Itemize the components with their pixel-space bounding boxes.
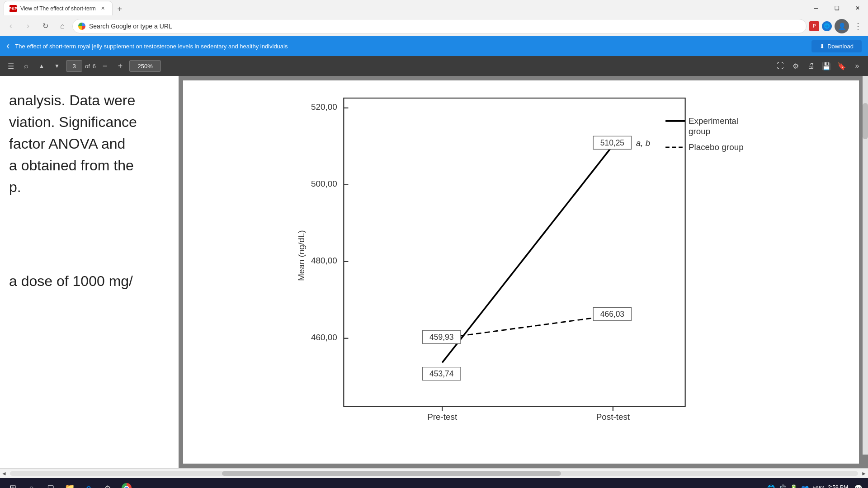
- sidebar-toggle-button[interactable]: ☰: [5, 60, 17, 72]
- svg-text:520,00: 520,00: [311, 102, 337, 112]
- extension-globe[interactable]: 🌐: [822, 21, 832, 31]
- bookmark-button[interactable]: 🔖: [835, 60, 848, 72]
- chart-area: 520,00 500,00 480,00 460,00 Mean (ng/dL)…: [183, 80, 859, 464]
- previous-page-button[interactable]: ▲: [35, 60, 48, 72]
- svg-text:Placebo group: Placebo group: [689, 142, 744, 152]
- maximize-button[interactable]: ❑: [826, 0, 847, 16]
- start-button[interactable]: ⊞: [4, 480, 22, 488]
- text-line-3: factor ANOVA and: [9, 133, 170, 155]
- page-number-input[interactable]: [66, 60, 82, 72]
- pdf-document-title: The effect of short-term royal jelly sup…: [15, 43, 806, 50]
- zoom-out-button[interactable]: −: [99, 60, 111, 72]
- taskbar-file-explorer[interactable]: 📁: [61, 480, 79, 488]
- fullscreen-button[interactable]: ⛶: [774, 60, 787, 72]
- address-text: Search Google or type a URL: [89, 23, 801, 30]
- scrollbar-thumb[interactable]: [863, 103, 868, 139]
- text-line-1: analysis. Data were: [9, 89, 170, 111]
- pdf-header: ‹ The effect of short-term royal jelly s…: [0, 36, 868, 56]
- next-page-button[interactable]: ▼: [51, 60, 63, 72]
- reload-button[interactable]: ↻: [38, 19, 52, 33]
- svg-text:480,00: 480,00: [311, 256, 337, 265]
- search-taskbar-button[interactable]: ○: [23, 480, 41, 488]
- menu-button[interactable]: ⋮: [852, 21, 864, 32]
- text-line-2: viation. Significance: [9, 111, 170, 133]
- forward-button[interactable]: ›: [21, 19, 35, 33]
- svg-rect-0: [344, 98, 685, 407]
- svg-text:Mean (ng/dL): Mean (ng/dL): [297, 230, 306, 281]
- svg-text:500,00: 500,00: [311, 179, 337, 188]
- network-icon[interactable]: 🌐: [767, 484, 775, 488]
- svg-text:510,25: 510,25: [600, 138, 624, 147]
- download-button[interactable]: ⬇ Download: [811, 40, 862, 52]
- more-tools-button[interactable]: »: [851, 60, 863, 72]
- vertical-scrollbar[interactable]: [863, 76, 868, 455]
- minimize-button[interactable]: ─: [806, 0, 826, 16]
- svg-text:Pre-test: Pre-test: [427, 412, 458, 422]
- svg-text:Post-test: Post-test: [596, 412, 630, 422]
- google-icon: [78, 23, 85, 30]
- svg-text:Experimental: Experimental: [689, 116, 738, 126]
- document-tools-button[interactable]: ⚙: [789, 60, 802, 72]
- new-tab-button[interactable]: +: [113, 3, 126, 15]
- svg-text:459,93: 459,93: [429, 333, 453, 342]
- save-button[interactable]: 💾: [820, 60, 833, 72]
- text-line-5: p.: [9, 176, 170, 198]
- profile-button[interactable]: 👤: [835, 19, 849, 33]
- text-panel: analysis. Data were viation. Significanc…: [0, 76, 179, 468]
- taskbar-edge[interactable]: e: [80, 480, 98, 488]
- close-button[interactable]: ✕: [847, 0, 868, 16]
- address-bar[interactable]: Search Google or type a URL: [72, 19, 807, 33]
- clock[interactable]: 2:59 PM: [828, 484, 848, 488]
- svg-text:a, b: a, b: [636, 138, 650, 148]
- taskbar-settings[interactable]: ⚙: [99, 480, 117, 488]
- print-button[interactable]: 🖨: [805, 60, 817, 72]
- volume-icon[interactable]: 🔊: [778, 484, 786, 488]
- svg-text:453,74: 453,74: [429, 369, 454, 378]
- zoom-in-button[interactable]: +: [114, 60, 127, 72]
- home-button[interactable]: ⌂: [55, 19, 70, 33]
- svg-text:group: group: [689, 127, 710, 136]
- active-tab[interactable]: PKP View of The effect of short-term ✕: [4, 1, 113, 15]
- horizontal-scrollbar-area: ◄ ►: [0, 468, 868, 478]
- download-icon: ⬇: [820, 43, 825, 50]
- svg-text:466,03: 466,03: [600, 310, 624, 319]
- task-view-button[interactable]: ❑: [42, 480, 60, 488]
- system-tray: 🌐 🔊 🔋 👥 ENG 2:59 PM 💬: [767, 482, 864, 488]
- text-line-6: a dose of 1000 mg/: [9, 270, 170, 292]
- back-button[interactable]: ‹: [4, 19, 18, 33]
- text-line-4: a obtained from the: [9, 155, 170, 176]
- scroll-left-button[interactable]: ◄: [0, 469, 8, 478]
- horizontal-scrollbar-thumb[interactable]: [222, 471, 561, 476]
- chart-svg: 520,00 500,00 480,00 460,00 Mean (ng/dL)…: [188, 85, 854, 459]
- page-of-label: of: [85, 63, 90, 70]
- search-document-button[interactable]: ⌕: [20, 60, 33, 72]
- total-pages-label: 6: [93, 63, 96, 70]
- taskbar-chrome[interactable]: [118, 480, 136, 488]
- people-icon[interactable]: 👥: [801, 484, 809, 488]
- svg-text:460,00: 460,00: [311, 333, 337, 342]
- extension-pkp[interactable]: P: [809, 21, 819, 31]
- tab-title: View of The effect of short-term: [20, 5, 96, 12]
- taskbar: ⊞ ○ ❑ 📁 e ⚙ 🌐 🔊 🔋 👥 ENG 2:59 PM 💬: [0, 478, 868, 488]
- notification-button[interactable]: 💬: [852, 482, 864, 488]
- zoom-level-input[interactable]: [129, 60, 161, 72]
- pdf-header-back-icon[interactable]: ‹: [6, 40, 9, 52]
- tab-favicon: PKP: [9, 5, 17, 12]
- language-indicator[interactable]: ENG: [812, 485, 824, 488]
- content-area: analysis. Data were viation. Significanc…: [0, 76, 868, 468]
- pdf-viewer-toolbar: ☰ ⌕ ▲ ▼ of 6 − + ⛶ ⚙ 🖨 💾 🔖 »: [0, 56, 868, 76]
- horizontal-scrollbar-track[interactable]: [10, 471, 858, 476]
- tab-close-icon[interactable]: ✕: [99, 5, 107, 12]
- scroll-right-button[interactable]: ►: [860, 469, 868, 478]
- battery-icon[interactable]: 🔋: [790, 484, 797, 488]
- download-label: Download: [827, 43, 854, 50]
